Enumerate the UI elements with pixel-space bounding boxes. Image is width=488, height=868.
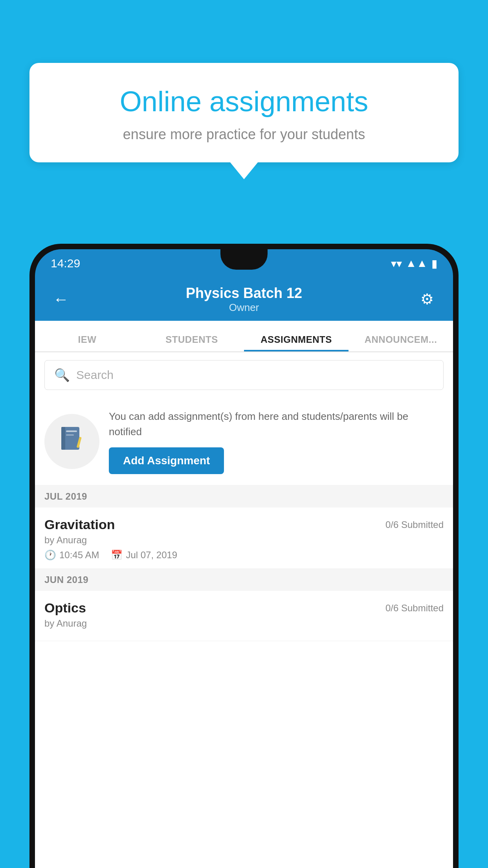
- settings-button[interactable]: ⚙: [415, 291, 439, 308]
- phone-screen: 14:29 ▾▾ ▲▲ ▮ ← Physics Batch 12 Owner ⚙…: [35, 249, 453, 868]
- assignment-name: Gravitation: [44, 517, 115, 532]
- bubble-subtitle: ensure more practice for your students: [53, 126, 435, 143]
- status-bar: 14:29 ▾▾ ▲▲ ▮: [35, 249, 453, 278]
- speech-bubble-tail: [230, 162, 258, 179]
- promo-card: You can add assignment(s) from here and …: [35, 398, 453, 485]
- assignment-time: 10:45 AM: [59, 550, 99, 561]
- bubble-title: Online assignments: [53, 85, 435, 118]
- speech-bubble-section: Online assignments ensure more practice …: [29, 63, 459, 179]
- calendar-icon: 📅: [111, 550, 123, 561]
- speech-bubble-card: Online assignments ensure more practice …: [29, 63, 459, 162]
- tab-iew[interactable]: IEW: [35, 334, 139, 351]
- signal-icon: ▲▲: [406, 257, 427, 270]
- status-icons: ▾▾ ▲▲ ▮: [391, 257, 437, 270]
- section-header-jun: JUN 2019: [35, 569, 453, 591]
- search-icon: 🔍: [54, 368, 70, 383]
- app-header: ← Physics Batch 12 Owner ⚙: [35, 278, 453, 321]
- assignment-row-top: Gravitation 0/6 Submitted: [44, 517, 444, 532]
- notebook-icon: [58, 425, 86, 458]
- meta-date: 📅 Jul 07, 2019: [111, 550, 177, 561]
- meta-time: 🕐 10:45 AM: [44, 550, 99, 561]
- svg-rect-2: [66, 430, 77, 432]
- assignment-item-optics[interactable]: Optics 0/6 Submitted by Anurag: [35, 591, 453, 641]
- tab-students[interactable]: STUDENTS: [139, 334, 244, 351]
- submitted-count: 0/6 Submitted: [385, 519, 444, 530]
- header-subtitle: Owner: [73, 302, 415, 314]
- header-title: Physics Batch 12: [73, 285, 415, 302]
- search-bar[interactable]: 🔍 Search: [44, 360, 444, 390]
- assignment-author: by Anurag: [44, 535, 444, 546]
- add-assignment-button[interactable]: Add Assignment: [109, 447, 224, 474]
- assignment-meta: 🕐 10:45 AM 📅 Jul 07, 2019: [44, 550, 444, 561]
- promo-description: You can add assignment(s) from here and …: [109, 409, 444, 440]
- battery-icon: ▮: [431, 257, 437, 270]
- assignment-name-optics: Optics: [44, 600, 86, 616]
- tab-announcements[interactable]: ANNOUNCEM...: [349, 334, 453, 351]
- submitted-count-optics: 0/6 Submitted: [385, 603, 444, 614]
- svg-rect-3: [66, 434, 74, 436]
- promo-text-block: You can add assignment(s) from here and …: [109, 409, 444, 474]
- assignment-author-optics: by Anurag: [44, 618, 444, 629]
- status-time: 14:29: [51, 257, 80, 270]
- clock-icon: 🕐: [44, 550, 56, 561]
- svg-rect-1: [61, 427, 65, 450]
- assignment-row-top-optics: Optics 0/6 Submitted: [44, 600, 444, 616]
- assignment-date: Jul 07, 2019: [126, 550, 177, 561]
- phone-frame: 14:29 ▾▾ ▲▲ ▮ ← Physics Batch 12 Owner ⚙…: [29, 244, 459, 868]
- back-button[interactable]: ←: [49, 291, 73, 308]
- screen-content: 🔍 Search: [35, 352, 453, 868]
- header-title-block: Physics Batch 12 Owner: [73, 285, 415, 314]
- tab-assignments[interactable]: ASSIGNMENTS: [244, 334, 349, 351]
- promo-icon-circle: [44, 414, 99, 469]
- search-placeholder: Search: [76, 368, 114, 382]
- notch: [220, 249, 268, 270]
- section-header-jul: JUL 2019: [35, 485, 453, 508]
- search-bar-container: 🔍 Search: [35, 352, 453, 398]
- assignment-item-gravitation[interactable]: Gravitation 0/6 Submitted by Anurag 🕐 10…: [35, 508, 453, 569]
- wifi-icon: ▾▾: [391, 257, 402, 270]
- tab-bar: IEW STUDENTS ASSIGNMENTS ANNOUNCEM...: [35, 321, 453, 352]
